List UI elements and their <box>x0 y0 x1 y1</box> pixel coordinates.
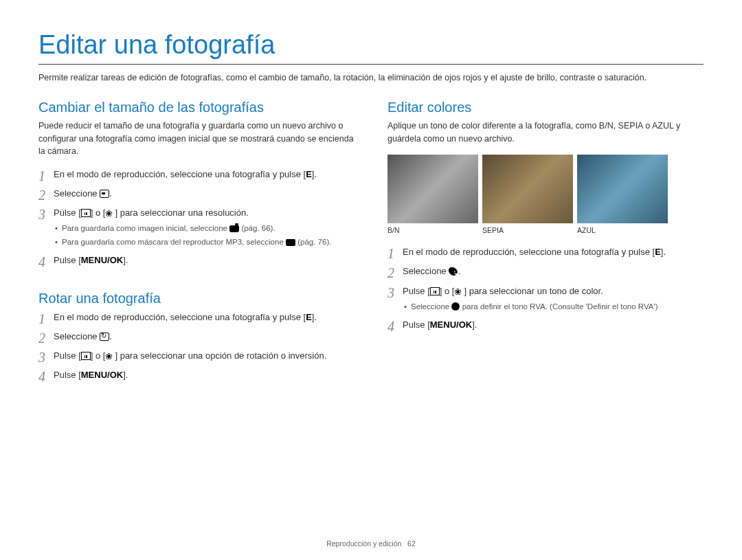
rgb-icon <box>451 302 460 311</box>
steps-colors: En el modo de reproducción, seleccione u… <box>387 245 704 332</box>
key-e: E <box>306 312 312 322</box>
step-text: Pulse [ <box>54 350 81 361</box>
columns: Cambiar el tamaño de las fotografías Pue… <box>38 100 704 388</box>
key-menuok: MENU/OK <box>81 255 123 265</box>
step-text: ]. <box>123 370 128 380</box>
list-item: Pulse [] o [] para seleccionar una opció… <box>38 349 355 363</box>
step-text: . <box>109 188 112 199</box>
sample-image-azul <box>577 155 668 223</box>
list-item: Pulse [MENU/OK]. <box>38 368 355 382</box>
footer-page-number: 62 <box>407 539 416 548</box>
sub-text: Seleccione <box>411 302 451 311</box>
step-text: ]. <box>661 247 666 257</box>
step-text: ] para seleccionar una opción de rotació… <box>115 350 326 361</box>
list-item: Seleccione . <box>38 330 355 344</box>
sub-text: para definir el tono RVA. (Consulte 'Def… <box>460 302 657 311</box>
key-e: E <box>306 169 312 179</box>
sample-bn: B/N <box>387 155 478 234</box>
title-rule <box>38 64 704 65</box>
macro-icon <box>105 352 115 360</box>
list-item: Para guardarla como imagen inicial, sele… <box>54 223 355 234</box>
color-samples: B/N SEPIA AZUL <box>387 155 704 234</box>
list-item: En el modo de reproducción, seleccione u… <box>38 311 355 324</box>
substeps: Para guardarla como imagen inicial, sele… <box>54 221 355 248</box>
sample-image-bn <box>387 155 478 223</box>
section-title-rotate: Rotar una fotografía <box>38 291 355 306</box>
left-column: Cambiar el tamaño de las fotografías Pue… <box>38 100 355 388</box>
sub-text: Para guardarla como máscara del reproduc… <box>62 238 286 246</box>
step-text: ]. <box>312 312 317 322</box>
sample-label: AZUL <box>577 226 668 234</box>
list-item: Pulse [MENU/OK]. <box>387 318 704 332</box>
step-text: ]. <box>123 255 128 265</box>
key-e: E <box>655 247 661 257</box>
step-text: ]. <box>472 320 477 330</box>
page-title: Editar una fotografía <box>38 30 704 60</box>
list-item: En el modo de reproducción, seleccione u… <box>387 245 704 259</box>
step-text: Seleccione <box>403 266 449 276</box>
step-text: ]. <box>312 169 317 179</box>
sample-label: B/N <box>387 226 478 234</box>
sub-text: (pág. 66). <box>239 224 275 232</box>
step-text: En el modo de reproducción, seleccione u… <box>54 312 306 322</box>
section-intro-resize: Puede reducir el tamaño de una fotografí… <box>38 120 355 158</box>
sample-sepia: SEPIA <box>482 155 573 234</box>
step-text: ] para seleccionar un tono de color. <box>464 286 603 296</box>
substeps: Seleccione para definir el tono RVA. (Co… <box>403 300 704 313</box>
key-menuok: MENU/OK <box>81 370 123 380</box>
zoom-icon <box>81 352 91 360</box>
manual-page: Editar una fotografía Permite realizar t… <box>0 0 742 560</box>
step-text: En el modo de reproducción, seleccione u… <box>403 247 655 257</box>
step-text: En el modo de reproducción, seleccione u… <box>54 169 306 179</box>
macro-icon <box>454 287 464 295</box>
step-text: Pulse [ <box>54 208 81 218</box>
section-title-colors: Editar colores <box>387 100 704 115</box>
resize-icon <box>100 190 109 198</box>
list-item: Pulse [MENU/OK]. <box>38 254 355 267</box>
step-text: Pulse [ <box>54 255 81 265</box>
steps-rotate: En el modo de reproducción, seleccione u… <box>38 311 355 383</box>
step-text: . <box>109 331 112 341</box>
sample-image-sepia <box>482 155 573 223</box>
step-text: ] o [ <box>440 286 455 296</box>
steps-resize: En el modo de reproducción, seleccione u… <box>38 168 355 267</box>
zoom-icon <box>430 287 440 295</box>
macro-icon <box>105 209 115 217</box>
right-column: Editar colores Aplique un tono de color … <box>387 100 704 388</box>
section-intro-colors: Aplique un tono de color diferente a la … <box>387 120 704 146</box>
section-title-resize: Cambiar el tamaño de las fotografías <box>38 100 355 115</box>
step-text: ] para seleccionar una resolución. <box>115 208 248 218</box>
list-item: Seleccione . <box>387 265 704 278</box>
mp3-skin-icon <box>286 239 295 246</box>
sample-label: SEPIA <box>482 226 573 234</box>
footer-section: Reproducción y edición <box>326 539 401 548</box>
page-footer: Reproducción y edición 62 <box>0 539 742 548</box>
step-text: Pulse [ <box>54 370 81 380</box>
step-text: ] o [ <box>91 350 106 361</box>
step-text: Pulse [ <box>403 320 430 330</box>
sample-azul: AZUL <box>577 155 668 234</box>
start-image-icon <box>229 225 239 232</box>
list-item: En el modo de reproducción, seleccione u… <box>38 168 355 181</box>
sub-text: Para guardarla como imagen inicial, sele… <box>62 224 229 232</box>
palette-icon <box>449 267 458 276</box>
key-menuok: MENU/OK <box>430 320 472 330</box>
step-text: ] o [ <box>91 208 106 218</box>
list-item: Seleccione . <box>38 187 355 201</box>
list-item: Pulse [] o [] para seleccionar una resol… <box>38 206 355 248</box>
zoom-icon <box>81 209 91 217</box>
list-item: Para guardarla como máscara del reproduc… <box>54 236 355 248</box>
step-text: Seleccione <box>54 331 100 341</box>
page-intro: Permite realizar tareas de edición de fo… <box>38 71 704 85</box>
sub-text: (pág. 76). <box>295 238 331 246</box>
list-item: Seleccione para definir el tono RVA. (Co… <box>403 301 704 313</box>
rotate-icon <box>100 333 109 341</box>
step-text: Seleccione <box>54 188 100 199</box>
list-item: Pulse [] o [] para seleccionar un tono d… <box>387 284 704 313</box>
step-text: . <box>458 266 461 276</box>
step-text: Pulse [ <box>403 286 430 296</box>
